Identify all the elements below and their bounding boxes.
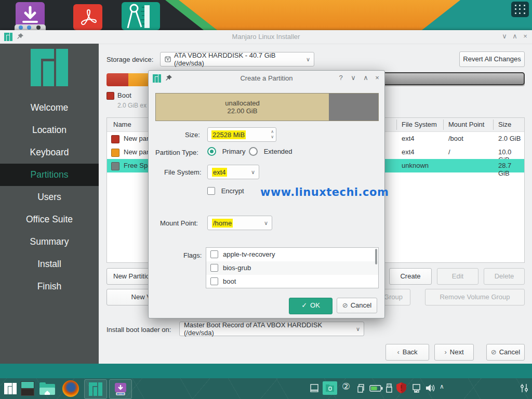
tray-updates-shield-icon[interactable] — [396, 382, 406, 393]
tray-device-folder-icon[interactable] — [323, 381, 337, 395]
checkbox-icon — [210, 264, 218, 272]
back-button[interactable]: ‹Back — [385, 344, 429, 361]
encrypt-label: Encrypt — [221, 187, 244, 195]
file-manager-icon[interactable] — [39, 382, 55, 395]
tray-volume-icon[interactable] — [425, 383, 435, 393]
mount-point-select[interactable]: /home ∨ — [207, 216, 272, 230]
flag-label: bios-grub — [223, 264, 251, 272]
window-title: Manjaro Linux Installer — [0, 33, 532, 41]
radio-extended[interactable]: Extended — [249, 147, 292, 156]
spinner-arrows-icon[interactable]: ∧∨ — [271, 129, 274, 140]
cancel-icon: ⊘ — [342, 301, 348, 309]
cancel-button[interactable]: ⊘Cancel — [486, 344, 525, 361]
unallocated-size: 22.00 GiB — [228, 107, 258, 115]
ok-button[interactable]: ✓OK — [289, 298, 332, 314]
maximize-icon[interactable]: ∧ — [510, 32, 520, 40]
col-size[interactable]: Size — [498, 121, 511, 128]
create-button[interactable]: Create — [389, 268, 432, 285]
flags-label: Flags: — [183, 251, 202, 259]
cancel-icon: ⊘ — [491, 348, 497, 356]
size-value: 22528 MiB — [211, 130, 246, 139]
tray-clipboard-count-icon[interactable]: ② — [342, 382, 350, 391]
chevron-down-icon: ∨ — [264, 220, 268, 227]
popup-dot — [27, 25, 31, 30]
app-grid-icon[interactable] — [511, 2, 529, 17]
sidebar-item-partitions[interactable]: Partitions — [0, 164, 99, 186]
scrollbar[interactable] — [375, 249, 377, 264]
storage-device-select[interactable]: ATA VBOX HARDDISK - 40.7 GiB (/dev/sda) … — [160, 52, 314, 66]
row-file-system: unknown — [402, 162, 429, 169]
flag-item[interactable]: boot — [206, 275, 378, 288]
panel-settings-icon[interactable] — [520, 383, 528, 393]
col-file-system[interactable]: File System — [402, 121, 437, 128]
tray-window-icon[interactable] — [310, 383, 319, 393]
tray-copy-icon[interactable] — [356, 383, 366, 393]
close-icon[interactable]: × — [521, 32, 530, 40]
delete-button[interactable]: Delete — [484, 268, 525, 285]
sidebar-item-install[interactable]: Install — [0, 253, 99, 275]
partition-segment-boot[interactable] — [107, 73, 128, 86]
col-mount-point[interactable]: Mount Point — [448, 121, 484, 128]
watermark-text: www.linuxtechi.com — [260, 186, 389, 198]
app-launcher-icon[interactable] — [4, 383, 17, 394]
checkbox-icon — [210, 277, 218, 285]
back-label: Back — [403, 348, 418, 356]
desktop-icon-drawing-tools[interactable] — [122, 2, 160, 30]
check-icon: ✓ — [301, 301, 307, 309]
boot-loader-label: Install boot loader on: — [107, 326, 171, 334]
boot-loader-select[interactable]: Master Boot Record of ATA VBOX HARDDISK … — [179, 322, 364, 336]
installer-window: Manjaro Linux Installer ∨ ∧ × Welcome Lo… — [0, 30, 532, 364]
next-button[interactable]: ›Next — [434, 344, 474, 361]
size-label: Size: — [185, 131, 200, 139]
flag-item[interactable]: bios-grub — [206, 261, 378, 275]
task-install-app[interactable] — [109, 379, 132, 399]
sidebar-item-finish[interactable]: Finish — [0, 275, 99, 298]
tray-battery-icon[interactable] — [369, 383, 383, 393]
close-icon[interactable]: × — [373, 74, 381, 82]
flags-list[interactable]: apple-tv-recovery bios-grub boot — [206, 247, 379, 288]
sidebar-item-location[interactable]: Location — [0, 119, 99, 141]
flag-label: apple-tv-recovery — [223, 250, 275, 258]
help-icon[interactable]: ? — [337, 74, 345, 82]
legend-color-boot — [107, 92, 114, 100]
size-input[interactable]: 22528 MiB ∧∨ — [207, 127, 276, 142]
sidebar-item-welcome[interactable]: Welcome — [0, 97, 99, 119]
minimize-icon[interactable]: ∨ — [500, 32, 509, 40]
cancel-label: Cancel — [499, 348, 520, 356]
sidebar-item-keyboard[interactable]: Keyboard — [0, 141, 99, 164]
desktop-wallpaper-bottom — [0, 364, 532, 378]
dialog-partition-preview: unallocated 22.00 GiB — [155, 93, 379, 121]
radio-primary-label: Primary — [222, 148, 246, 155]
radio-off-icon — [249, 147, 258, 156]
virtual-desktop-pager[interactable] — [21, 381, 34, 396]
desktop-wallpaper-top — [0, 0, 532, 30]
radio-primary[interactable]: Primary — [207, 147, 245, 156]
chevron-down-icon: ∨ — [356, 326, 360, 332]
tray-network-icon[interactable] — [411, 383, 422, 393]
dialog-cancel-button[interactable]: ⊘Cancel — [337, 298, 377, 313]
minimize-icon[interactable]: ∨ — [349, 74, 357, 82]
remove-volume-group-button[interactable]: Remove Volume Group — [425, 289, 525, 305]
flag-item[interactable]: apple-tv-recovery — [206, 248, 378, 261]
task-installer-window[interactable] — [84, 379, 107, 399]
row-color-swatch — [111, 149, 119, 157]
sidebar-item-users[interactable]: Users — [0, 186, 99, 208]
desktop-icon-pdf[interactable] — [73, 4, 102, 30]
unallocated-segment: unallocated 22.00 GiB — [156, 94, 329, 121]
window-titlebar[interactable]: Manjaro Linux Installer ∨ ∧ × — [0, 30, 532, 44]
checkbox-icon — [207, 187, 215, 195]
manjaro-logo-large — [31, 49, 68, 86]
edit-button[interactable]: Edit — [437, 268, 478, 285]
firefox-icon[interactable] — [62, 380, 79, 397]
file-system-select[interactable]: ext4 ∨ — [207, 165, 259, 179]
tray-expand-icon[interactable]: ∧ — [440, 383, 444, 390]
flag-label: boot — [223, 277, 236, 285]
maximize-icon[interactable]: ∧ — [362, 74, 370, 82]
encrypt-checkbox[interactable]: Encrypt — [207, 187, 244, 195]
chevron-down-icon: ∨ — [251, 169, 255, 176]
revert-all-changes-button[interactable]: Revert All Changes — [459, 51, 525, 67]
tray-usb-icon[interactable] — [385, 383, 393, 393]
col-name[interactable]: Name — [113, 121, 131, 128]
sidebar-item-office-suite[interactable]: Office Suite — [0, 208, 99, 231]
sidebar-item-summary[interactable]: Summary — [0, 231, 99, 253]
